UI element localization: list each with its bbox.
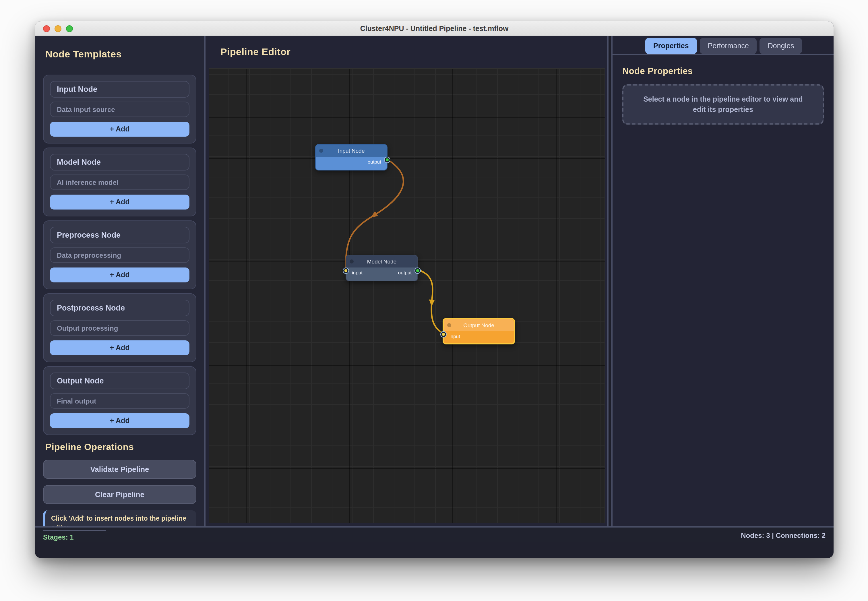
pipeline-canvas[interactable]: Input Node output Model Node input outpu… — [209, 68, 605, 523]
validate-pipeline-button[interactable]: Validate Pipeline — [43, 460, 196, 479]
canvas-node-input[interactable]: Input Node output — [315, 144, 387, 171]
port-label: input — [352, 270, 363, 276]
connections-layer — [209, 69, 605, 523]
node-connection-counts: Nodes: 3 | Connections: 2 — [741, 532, 825, 540]
status-bar: Stages: 1 Nodes: 3 | Connections: 2 — [35, 526, 834, 543]
template-name: Input Node — [50, 81, 189, 98]
connection-model-to-output[interactable] — [418, 270, 442, 333]
template-description: AI inference model — [50, 174, 189, 190]
titlebar: Cluster4NPU - Untitled Pipeline - test.m… — [35, 21, 834, 36]
add-postprocess-node-button[interactable]: + Add — [50, 340, 189, 355]
editor-title: Pipeline Editor — [220, 46, 290, 58]
node-title: Output Node — [463, 322, 494, 328]
operations-header: Pipeline Operations — [45, 442, 196, 452]
panel-divider — [609, 36, 612, 526]
sidebar: Node Templates Input Node Data input sou… — [35, 36, 206, 526]
node-type-icon — [349, 259, 354, 264]
window-title: Cluster4NPU - Untitled Pipeline - test.m… — [360, 24, 509, 32]
node-title: Input Node — [338, 148, 365, 154]
connection-input-to-model[interactable] — [346, 160, 403, 269]
node-type-icon — [319, 149, 323, 153]
node-properties-header: Node Properties — [622, 66, 824, 76]
template-card-output: Output Node Final output + Add — [43, 366, 196, 435]
port-label: output — [368, 159, 381, 165]
add-output-node-button[interactable]: + Add — [50, 413, 189, 428]
app-window: Cluster4NPU - Untitled Pipeline - test.m… — [35, 21, 834, 558]
tab-performance[interactable]: Performance — [700, 38, 757, 54]
tab-properties[interactable]: Properties — [645, 38, 697, 54]
desktop: Cluster4NPU - Untitled Pipeline - test.m… — [0, 0, 868, 601]
template-name: Output Node — [50, 372, 189, 389]
template-description: Final output — [50, 393, 189, 409]
no-selection-message: Select a node in the pipeline editor to … — [622, 84, 824, 125]
template-card-input: Input Node Data input source + Add — [43, 75, 196, 143]
add-model-node-button[interactable]: + Add — [50, 195, 189, 209]
port-label: input — [450, 334, 460, 339]
minimize-button[interactable] — [55, 25, 61, 32]
input-port[interactable] — [343, 267, 349, 274]
node-type-icon — [447, 323, 451, 327]
properties-panel: Properties Performance Dongles Node Prop… — [612, 36, 834, 526]
template-name: Preprocess Node — [50, 227, 189, 243]
template-card-preprocess: Preprocess Node Data preprocessing + Add — [43, 220, 196, 289]
add-input-node-button[interactable]: + Add — [50, 122, 189, 137]
clear-pipeline-button[interactable]: Clear Pipeline — [43, 485, 196, 504]
template-card-postprocess: Postprocess Node Output processing + Add — [43, 293, 196, 362]
port-label: output — [398, 270, 412, 276]
add-preprocess-node-button[interactable]: + Add — [50, 267, 189, 282]
template-name: Postprocess Node — [50, 300, 189, 316]
template-description: Output processing — [50, 320, 189, 336]
zoom-button[interactable] — [66, 25, 73, 32]
panel-tabs: Properties Performance Dongles — [613, 36, 834, 55]
node-title: Model Node — [367, 258, 397, 265]
canvas-node-output[interactable]: Output Node input — [442, 318, 515, 345]
template-description: Data input source — [50, 102, 189, 117]
add-nodes-hint: Click 'Add' to insert nodes into the pip… — [43, 510, 196, 526]
input-port[interactable] — [440, 331, 447, 337]
close-button[interactable] — [43, 25, 50, 32]
template-name: Model Node — [50, 154, 189, 171]
templates-header: Node Templates — [45, 49, 196, 60]
template-description: Data preprocessing — [50, 247, 189, 263]
output-port[interactable] — [384, 157, 391, 163]
tab-dongles[interactable]: Dongles — [760, 38, 802, 54]
template-card-model: Model Node AI inference model + Add — [43, 148, 196, 217]
canvas-node-model[interactable]: Model Node input output — [346, 255, 418, 281]
editor-panel: Pipeline Editor — [206, 36, 609, 526]
output-port[interactable] — [415, 267, 421, 274]
stages-indicator: Stages: 1 — [43, 531, 106, 541]
